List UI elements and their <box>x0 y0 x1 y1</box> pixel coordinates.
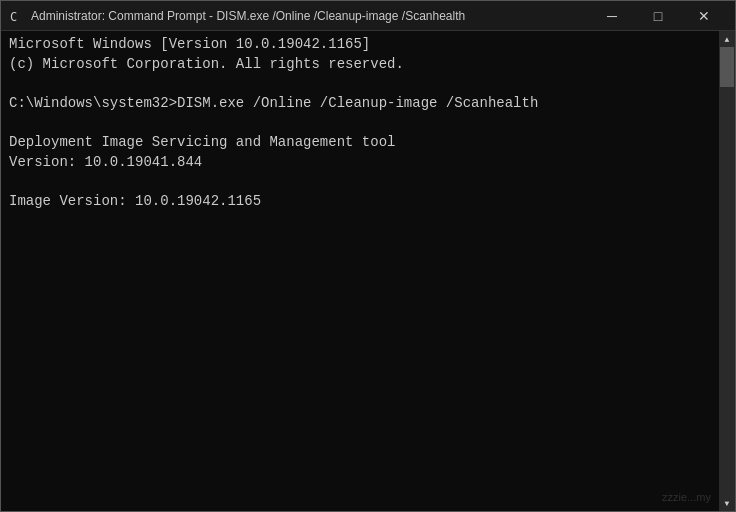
scrollbar-track[interactable] <box>719 47 735 495</box>
command-prompt-window: C Administrator: Command Prompt - DISM.e… <box>0 0 736 512</box>
scrollbar-thumb[interactable] <box>720 47 734 87</box>
watermark: zzzie...my <box>662 491 711 503</box>
cmd-icon: C <box>9 8 25 24</box>
minimize-button[interactable]: ─ <box>589 1 635 31</box>
svg-text:C: C <box>10 10 17 24</box>
console-output-area[interactable]: Microsoft Windows [Version 10.0.19042.11… <box>1 31 735 511</box>
window-controls: ─ □ ✕ <box>589 1 727 31</box>
title-bar: C Administrator: Command Prompt - DISM.e… <box>1 1 735 31</box>
console-text: Microsoft Windows [Version 10.0.19042.11… <box>9 35 727 231</box>
maximize-button[interactable]: □ <box>635 1 681 31</box>
scroll-up-button[interactable]: ▲ <box>719 31 735 47</box>
scrollbar[interactable]: ▲ ▼ <box>719 31 735 511</box>
window-title: Administrator: Command Prompt - DISM.exe… <box>31 9 581 23</box>
scroll-down-button[interactable]: ▼ <box>719 495 735 511</box>
close-button[interactable]: ✕ <box>681 1 727 31</box>
